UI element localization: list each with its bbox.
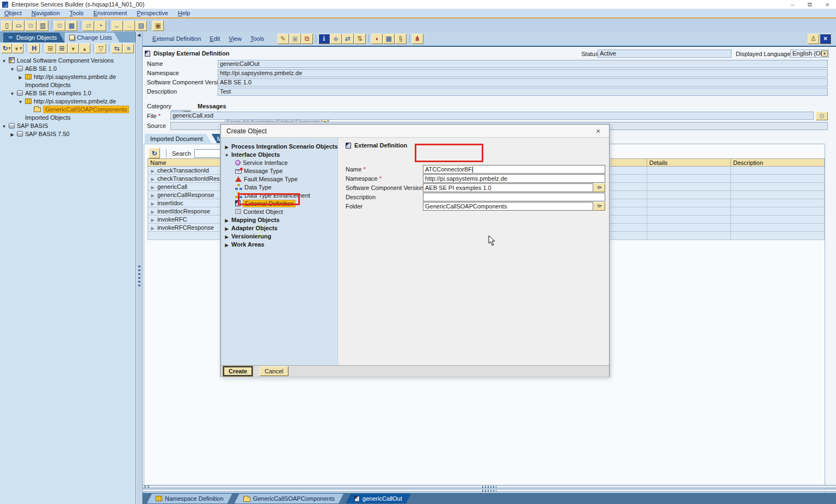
- splitter-arrows-icon[interactable]: ∧∨: [144, 484, 150, 489]
- script-button[interactable]: [395, 34, 407, 44]
- import-file-button[interactable]: [816, 112, 828, 120]
- chevron-down-icon[interactable]: [2, 122, 7, 129]
- print-button[interactable]: [371, 34, 383, 44]
- tree-item-local-scv[interactable]: Local Software Component Versions: [0, 56, 136, 64]
- copy-pages-button[interactable]: [302, 34, 313, 44]
- chevron-down-icon[interactable]: [10, 90, 15, 96]
- tree-item-interface-objects[interactable]: Interface Objects: [221, 150, 337, 158]
- tree-item-data-type-enhancement[interactable]: Data Type Enhancement: [221, 191, 337, 199]
- tree-item-mapping-objects[interactable]: Mapping Objects: [221, 216, 337, 224]
- splitter-grip[interactable]: [482, 486, 496, 488]
- splitter-grip[interactable]: [482, 490, 496, 491]
- forward-button[interactable]: [124, 21, 135, 31]
- horizontal-splitter-2[interactable]: [143, 489, 836, 492]
- tree-item-data-type[interactable]: Data Type: [221, 183, 337, 191]
- menu-help[interactable]: Help: [178, 10, 190, 16]
- refresh-search-button[interactable]: [149, 148, 160, 158]
- move-down-button[interactable]: [68, 44, 79, 53]
- description-field[interactable]: Test: [218, 88, 828, 96]
- namespace-field[interactable]: http://pi.sapsystems.pmbelz.de: [218, 69, 828, 77]
- export-button[interactable]: [83, 21, 94, 31]
- menu-view[interactable]: View: [229, 35, 242, 42]
- chevron-right-icon[interactable]: [150, 224, 155, 231]
- chevron-right-icon[interactable]: [224, 225, 229, 231]
- chevron-right-icon[interactable]: [150, 175, 155, 182]
- tree-item-generic-call-soap-components[interactable]: GenericCallSOAPComponents: [0, 105, 136, 113]
- chevron-down-icon[interactable]: [18, 98, 23, 105]
- expand-all-button[interactable]: [57, 44, 67, 53]
- menu-environment[interactable]: Environment: [94, 10, 127, 16]
- chevron-right-icon[interactable]: [224, 233, 229, 239]
- menu-tools[interactable]: Tools: [70, 10, 84, 16]
- file-field[interactable]: genericCall.xsd: [170, 112, 814, 120]
- folder-value-help-button[interactable]: [593, 202, 605, 211]
- network-button[interactable]: [412, 34, 423, 44]
- edit-button[interactable]: [278, 34, 289, 44]
- software-component-version-field[interactable]: AEB SE 1.0: [218, 78, 828, 87]
- tree-item-message-type[interactable]: Message Type: [221, 167, 337, 175]
- tree-item-sap-basis[interactable]: SAP BASIS: [0, 121, 136, 130]
- bottom-tab-generic-call-out[interactable]: genericCallOut: [346, 494, 411, 503]
- chevron-right-icon[interactable]: [150, 167, 155, 174]
- tree-item-fault-message-type[interactable]: Fault Message Type: [221, 175, 337, 183]
- copy-object-button[interactable]: [25, 21, 36, 31]
- dropdown-icon[interactable]: ▾: [821, 51, 828, 57]
- close-button[interactable]: [819, 0, 836, 9]
- tree-item-aeb-se-pi[interactable]: AEB SE PI examples 1.0: [0, 89, 136, 97]
- dialog-namespace-input[interactable]: http://pi.sapsystems.pmbelz.de: [423, 174, 605, 183]
- stop-button[interactable]: [123, 44, 134, 53]
- menu-tools-object[interactable]: Tools: [250, 35, 265, 42]
- column-header-details[interactable]: Details: [647, 158, 731, 167]
- create-button[interactable]: Create: [223, 366, 253, 376]
- refresh-button[interactable]: ▾: [1, 44, 12, 53]
- tree-item-external-definition[interactable]: External Definition: [221, 199, 337, 207]
- open-object-button[interactable]: [13, 21, 24, 31]
- dialog-close-button[interactable]: ×: [593, 127, 604, 136]
- tree-item-namespace-2[interactable]: http://pi.sapsystems.pmbelz.de: [0, 97, 136, 105]
- menu-edit[interactable]: Edit: [210, 35, 220, 42]
- save-button[interactable]: [290, 34, 301, 44]
- dialog-name-input[interactable]: ATCConnectorBF: [423, 165, 605, 174]
- close-view-button[interactable]: [820, 34, 831, 44]
- user-session-button[interactable]: [152, 21, 164, 31]
- copy-objects-button[interactable]: [54, 21, 65, 31]
- chevron-right-icon[interactable]: [150, 200, 155, 206]
- dialog-scv-input[interactable]: AEB SE PI examples 1.0: [423, 183, 593, 192]
- tree-item-context-object[interactable]: Context Object: [221, 207, 337, 216]
- chevron-right-icon[interactable]: [150, 216, 155, 223]
- displayed-language-select[interactable]: English (OL) ▾: [790, 50, 829, 58]
- new-object-button[interactable]: [1, 21, 13, 31]
- horizontal-splitter-1[interactable]: ∧∨: [143, 485, 836, 488]
- splitter-grip[interactable]: [138, 266, 140, 287]
- menu-navigation[interactable]: Navigation: [32, 10, 60, 16]
- history-button[interactable]: [95, 21, 106, 31]
- chevron-right-icon[interactable]: [224, 143, 229, 150]
- tree-item-imported-objects-1[interactable]: Imported Objects: [0, 81, 136, 89]
- tab-imported-document[interactable]: Imported Document: [145, 134, 212, 143]
- menu-external-definition[interactable]: External Definition: [152, 35, 201, 42]
- column-header-description[interactable]: Description: [731, 158, 825, 167]
- table-view-button[interactable]: [383, 34, 395, 44]
- restore-button[interactable]: [801, 0, 819, 9]
- dialog-title-bar[interactable]: Create Object ×: [221, 125, 609, 138]
- chevron-right-icon[interactable]: [224, 241, 229, 248]
- expand-subtree-button[interactable]: [45, 44, 56, 53]
- minimize-button[interactable]: [784, 0, 801, 9]
- tree-item-process-integration[interactable]: Process Integration Scenario Objects: [221, 142, 337, 150]
- object-list-button[interactable]: [136, 21, 147, 31]
- chevron-down-icon[interactable]: [2, 57, 7, 64]
- person-button[interactable]: [808, 34, 819, 44]
- tree-item-namespace-1[interactable]: http://pi.sapsystems.pmbelz.de: [0, 72, 136, 81]
- chevron-down-icon[interactable]: [10, 65, 15, 72]
- tree-item-adapter-objects[interactable]: Adapter Objects: [221, 224, 337, 232]
- chevron-right-icon[interactable]: [150, 192, 155, 198]
- bottom-tab-generic-call-soap-components[interactable]: GenericCallSOAPComponents: [235, 494, 343, 503]
- menu-perspective[interactable]: Perspective: [137, 10, 168, 16]
- tree-item-work-areas[interactable]: Work Areas: [221, 240, 337, 248]
- where-used-button[interactable]: [354, 34, 366, 44]
- collapse-panel-icon[interactable]: ◀: [137, 33, 140, 38]
- delete-object-button[interactable]: [37, 21, 48, 31]
- back-button[interactable]: [112, 21, 123, 31]
- info-button[interactable]: [318, 34, 330, 44]
- chevron-right-icon[interactable]: [150, 208, 155, 214]
